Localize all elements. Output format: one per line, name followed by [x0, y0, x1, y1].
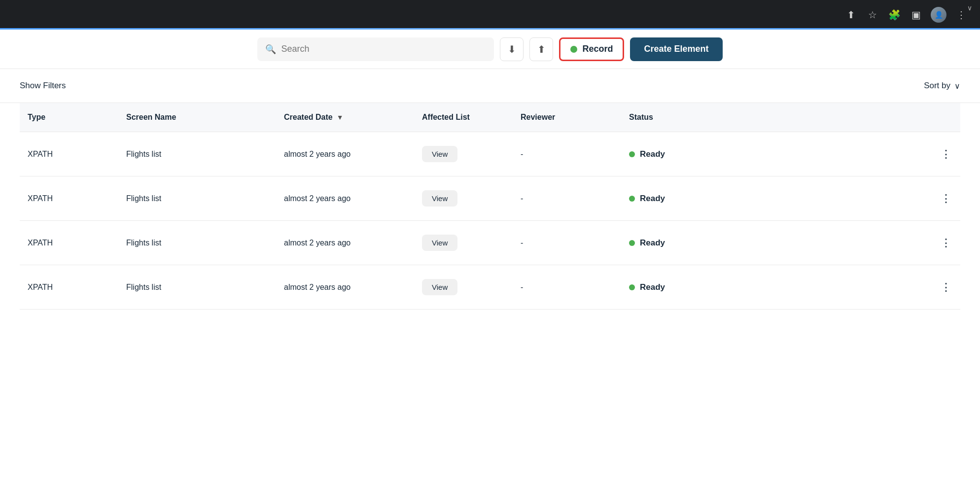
cell-status: Ready [621, 149, 937, 159]
table-row: XPATH Flights list almost 2 years ago Vi… [20, 132, 960, 176]
status-label: Ready [640, 282, 665, 292]
cell-more: ⋮ [937, 192, 960, 205]
share-button[interactable]: ⬆ [529, 37, 553, 61]
search-box: 🔍 [257, 37, 494, 61]
app-toolbar: 🔍 ⬇ ⬆ Record Create Element [0, 30, 980, 69]
cell-created-date: almost 2 years ago [276, 193, 414, 205]
cell-status: Ready [621, 282, 937, 292]
cell-type: XPATH [20, 194, 118, 203]
more-options-button[interactable]: ⋮ [937, 281, 955, 294]
col-header-type: Type [20, 113, 118, 122]
cell-affected-list: View [414, 190, 513, 207]
view-button[interactable]: View [422, 146, 457, 162]
col-header-status: Status [621, 113, 937, 122]
more-options-icon[interactable]: ⋮ [954, 9, 968, 21]
more-options-button[interactable]: ⋮ [937, 237, 955, 249]
status-dot-icon [629, 196, 635, 202]
search-input[interactable] [281, 44, 486, 54]
create-element-button[interactable]: Create Element [630, 37, 722, 61]
cell-reviewer: - [513, 194, 621, 203]
cell-screen-name: Flights list [118, 283, 276, 292]
record-dot-icon [570, 46, 577, 53]
cell-status: Ready [621, 194, 937, 204]
cell-more: ⋮ [937, 281, 960, 294]
cell-created-date: almost 2 years ago [276, 237, 414, 249]
status-label: Ready [640, 194, 665, 204]
browser-chrome: ∨ ⬆ ☆ 🧩 ▣ 👤 ⋮ [0, 0, 980, 30]
cell-screen-name: Flights list [118, 150, 276, 159]
record-button[interactable]: Record [559, 37, 624, 61]
table-container: Type Screen Name Created Date ▼ Affected… [0, 103, 980, 310]
cell-screen-name: Flights list [118, 239, 276, 247]
sort-by-container[interactable]: Sort by ∨ [924, 81, 960, 91]
table-row: XPATH Flights list almost 2 years ago Vi… [20, 221, 960, 265]
star-icon[interactable]: ☆ [866, 9, 879, 21]
col-header-reviewer: Reviewer [513, 113, 621, 122]
sort-by-label: Sort by [924, 81, 950, 91]
cell-affected-list: View [414, 279, 513, 295]
status-dot-icon [629, 151, 635, 157]
cell-more: ⋮ [937, 148, 960, 161]
status-label: Ready [640, 149, 665, 159]
create-element-label: Create Element [644, 44, 708, 54]
more-options-button[interactable]: ⋮ [937, 192, 955, 205]
share-icon: ⬆ [537, 43, 546, 55]
cell-more: ⋮ [937, 237, 960, 249]
cell-reviewer: - [513, 239, 621, 247]
avatar-image: 👤 [931, 7, 946, 23]
cell-type: XPATH [20, 283, 118, 292]
puzzle-icon[interactable]: 🧩 [887, 9, 901, 21]
cell-screen-name: Flights list [118, 194, 276, 203]
share-icon[interactable]: ⬆ [844, 9, 858, 21]
cell-created-date: almost 2 years ago [276, 148, 414, 160]
cell-created-date: almost 2 years ago [276, 281, 414, 293]
table-row: XPATH Flights list almost 2 years ago Vi… [20, 176, 960, 221]
chevron-down-icon: ∨ [954, 81, 960, 91]
table-header: Type Screen Name Created Date ▼ Affected… [20, 103, 960, 132]
cell-affected-list: View [414, 235, 513, 251]
filters-bar: Show Filters Sort by ∨ [0, 69, 980, 103]
show-filters-label: Show Filters [20, 81, 66, 90]
show-filters-button[interactable]: Show Filters [20, 81, 66, 91]
download-icon: ⬇ [508, 43, 516, 55]
chevron-down-icon: ∨ [967, 4, 972, 12]
record-label: Record [582, 44, 613, 54]
download-button[interactable]: ⬇ [500, 37, 524, 61]
col-header-affected-list: Affected List [414, 113, 513, 122]
cell-affected-list: View [414, 146, 513, 162]
sidebar-icon[interactable]: ▣ [909, 9, 923, 21]
search-icon: 🔍 [265, 44, 276, 55]
view-button[interactable]: View [422, 190, 457, 207]
status-dot-icon [629, 240, 635, 246]
table-row: XPATH Flights list almost 2 years ago Vi… [20, 265, 960, 310]
col-header-screen-name: Screen Name [118, 113, 276, 122]
more-options-button[interactable]: ⋮ [937, 148, 955, 161]
status-dot-icon [629, 284, 635, 290]
status-label: Ready [640, 238, 665, 248]
cell-reviewer: - [513, 283, 621, 292]
table-rows: XPATH Flights list almost 2 years ago Vi… [20, 132, 960, 310]
avatar[interactable]: 👤 [931, 7, 946, 23]
cell-reviewer: - [513, 150, 621, 159]
view-button[interactable]: View [422, 279, 457, 295]
cell-status: Ready [621, 238, 937, 248]
col-header-created-date[interactable]: Created Date ▼ [276, 113, 414, 122]
cell-type: XPATH [20, 239, 118, 247]
filter-icon: ▼ [337, 113, 344, 121]
cell-type: XPATH [20, 150, 118, 159]
view-button[interactable]: View [422, 235, 457, 251]
